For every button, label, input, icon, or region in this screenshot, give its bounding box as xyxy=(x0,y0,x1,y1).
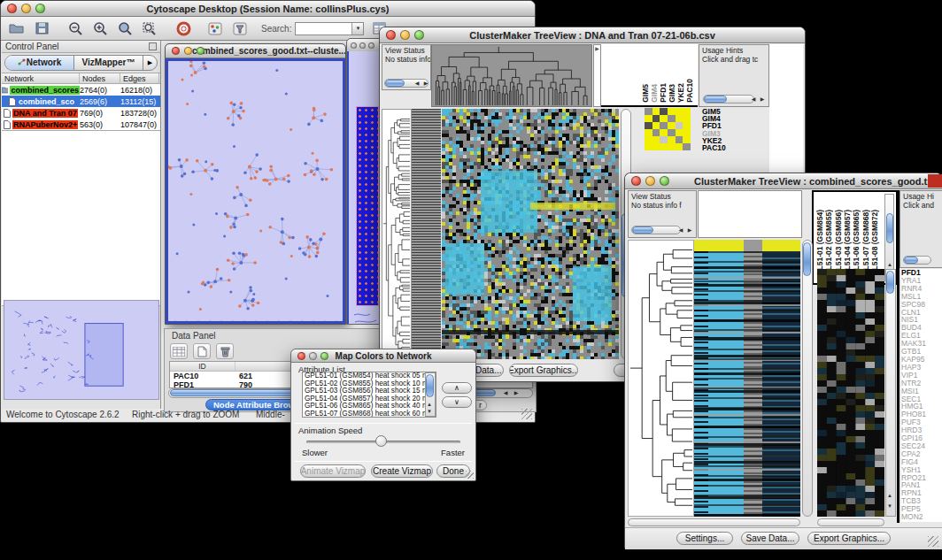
column-label[interactable]: PAC10 xyxy=(685,79,694,103)
network-canvas[interactable] xyxy=(166,58,345,324)
tab-vizmapper[interactable]: VizMapper™ xyxy=(74,56,143,70)
attribute-item[interactable]: GPL51-07 (GSM868) heat shock 60 min xyxy=(303,410,436,418)
tab-overflow-icon[interactable]: ▶ xyxy=(143,56,157,70)
vizmap-icon[interactable] xyxy=(206,20,224,36)
scrollbar-thumb[interactable] xyxy=(886,213,893,243)
create-vizmap-button[interactable]: Create Vizmap xyxy=(371,464,433,478)
close-icon[interactable] xyxy=(172,47,180,55)
gene-list[interactable]: PFD1YRA1RNR4MSL1SPC98CLN1NIS1BUD4ELG1MAK… xyxy=(901,269,942,522)
zoom-out-icon[interactable] xyxy=(66,20,84,36)
minimize-icon[interactable] xyxy=(21,4,31,13)
minimize-icon[interactable] xyxy=(400,30,410,40)
zoom-heatmap[interactable] xyxy=(817,269,884,517)
column-label[interactable]: GIM4 xyxy=(650,84,659,103)
dialog-titlebar[interactable]: Map Colors to Network xyxy=(291,349,475,363)
network-list-item[interactable]: combined_scores2764(0)16218(0) xyxy=(2,84,160,96)
expression-heatmap[interactable] xyxy=(442,109,619,359)
scroll-left-icon[interactable]: ◀ xyxy=(676,226,685,234)
column-label[interactable]: PFD1 xyxy=(659,83,668,103)
save-icon[interactable] xyxy=(33,20,50,36)
close-icon[interactable] xyxy=(297,352,305,360)
zoom-icon[interactable] xyxy=(35,4,45,13)
help-lifering-icon[interactable] xyxy=(174,20,192,36)
network-view-titlebar[interactable]: combined_scores_good.txt--cluste... xyxy=(166,44,345,58)
scroll-up-icon[interactable]: ▲ xyxy=(885,261,894,269)
treeview2-titlebar[interactable]: ClusterMaker TreeView : combined_scores_… xyxy=(625,173,942,189)
close-icon[interactable] xyxy=(7,4,17,13)
zoom-selected-icon[interactable] xyxy=(116,20,134,36)
column-label[interactable]: GIM3 xyxy=(668,84,676,103)
zoom-icon[interactable] xyxy=(368,42,374,49)
zoom-fit-icon[interactable] xyxy=(141,20,158,36)
column-dendrogram[interactable] xyxy=(431,44,592,107)
settings-button[interactable]: Settings... xyxy=(676,532,733,545)
animate-vizmap-button[interactable]: Animate Vizmap xyxy=(300,464,366,478)
save-data-button[interactable]: Save Data... xyxy=(741,532,799,545)
scroll-down-icon[interactable]: ▼ xyxy=(425,408,434,416)
tab-network[interactable]: Network xyxy=(5,56,74,70)
background-network-window[interactable] xyxy=(346,38,380,325)
float-panel-icon[interactable] xyxy=(149,42,157,50)
network-list-item[interactable]: combined_sco2569(6)13112(15) xyxy=(2,96,160,107)
scroll-right-icon[interactable]: ▶ xyxy=(421,80,430,88)
search-input[interactable]: ▼ xyxy=(295,22,364,35)
hscrollbar[interactable] xyxy=(817,518,884,526)
filter-icon[interactable] xyxy=(231,20,249,36)
move-up-button[interactable]: ∧ xyxy=(442,382,472,394)
scrollbar-thumb[interactable] xyxy=(704,96,727,103)
minimize-icon[interactable] xyxy=(359,42,366,49)
scrollbar-thumb[interactable] xyxy=(426,374,434,397)
close-icon[interactable] xyxy=(386,30,396,40)
scroll-up-icon[interactable]: ▲ xyxy=(885,492,894,500)
scroll-left-icon[interactable]: ◀ xyxy=(501,389,510,397)
zoom-in-icon[interactable] xyxy=(91,20,109,36)
birdseye-view[interactable] xyxy=(4,300,159,400)
open-file-icon[interactable] xyxy=(8,20,26,36)
gene-label[interactable]: MON2 xyxy=(901,513,942,521)
scrollbar-thumb[interactable] xyxy=(385,80,405,87)
delete-attribute-icon[interactable] xyxy=(216,343,234,359)
new-attribute-icon[interactable] xyxy=(193,343,211,359)
minimize-icon[interactable] xyxy=(184,47,192,55)
column-label[interactable]: GIM5 xyxy=(641,84,650,103)
col-nodes[interactable]: Nodes xyxy=(80,73,120,84)
close-icon[interactable] xyxy=(631,176,641,186)
move-down-button[interactable]: ∨ xyxy=(442,396,472,408)
gene-label[interactable]: PAC10 xyxy=(702,144,764,151)
scrollbar-thumb[interactable] xyxy=(803,242,811,276)
zoom-icon[interactable] xyxy=(660,176,669,186)
export-graphics-button[interactable]: Export Graphics... xyxy=(509,364,578,377)
scrollbar-thumb[interactable] xyxy=(886,271,894,294)
network-list-item[interactable]: RNAPuberNov2+563(0)107847(0) xyxy=(2,119,160,130)
col-id[interactable]: ID xyxy=(170,362,236,371)
minimize-icon[interactable] xyxy=(645,176,655,186)
zoom-icon[interactable] xyxy=(197,47,205,55)
close-icon[interactable] xyxy=(351,42,357,49)
gim-similarity-matrix[interactable] xyxy=(645,108,691,150)
zoom-icon[interactable] xyxy=(414,30,424,40)
resize-grip[interactable] xyxy=(521,409,532,419)
export-graphics-button[interactable]: Export Graphics... xyxy=(807,532,891,545)
scroll-right-icon[interactable]: ▶ xyxy=(685,226,694,234)
background-network-canvas[interactable] xyxy=(347,51,379,324)
scrollbar-thumb[interactable] xyxy=(632,226,653,234)
scroll-right-icon[interactable]: ▶ xyxy=(758,96,767,104)
expression-heatmap[interactable] xyxy=(694,240,800,517)
row-dendrogram[interactable] xyxy=(382,109,412,359)
column-label[interactable]: YKE2 xyxy=(676,83,685,103)
hscrollbar[interactable] xyxy=(628,518,800,526)
search-dropdown-icon[interactable]: ▼ xyxy=(351,23,363,35)
col-edges[interactable]: Edges xyxy=(120,73,159,84)
resize-grip[interactable] xyxy=(928,536,938,547)
minimize-icon[interactable] xyxy=(309,352,317,360)
scroll-left-icon[interactable]: ◀ xyxy=(413,80,421,88)
scrollbar-thumb[interactable] xyxy=(904,257,918,264)
main-titlebar[interactable]: Cytoscape Desktop (Session Name: collins… xyxy=(1,1,535,17)
treeview1-titlebar[interactable]: ClusterMaker TreeView : DNA and Tran 07-… xyxy=(380,27,805,43)
splitter[interactable]: ▶ xyxy=(593,44,601,107)
column-dendrogram-area[interactable] xyxy=(698,190,802,238)
attribute-list[interactable]: GPL51-01 (GSM854) heat shock 05 minGPL51… xyxy=(302,372,436,418)
select-attributes-icon[interactable] xyxy=(170,343,188,359)
network-list-item[interactable]: DNA and Tran 07769(0)183728(0) xyxy=(2,107,160,119)
speed-slider-thumb[interactable] xyxy=(375,435,387,447)
